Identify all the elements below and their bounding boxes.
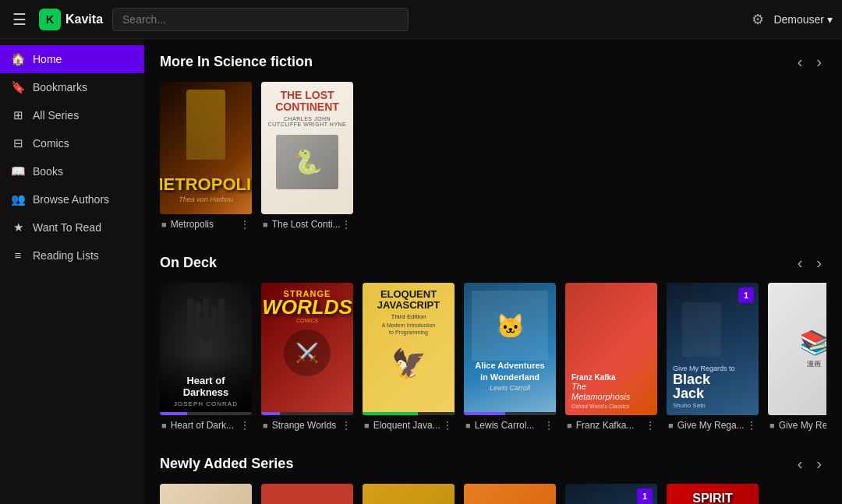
book-cover-red[interactable] xyxy=(261,484,353,504)
sidebar-item-books[interactable]: 📖 Books xyxy=(0,157,144,185)
user-menu-button[interactable]: Demouser ▾ xyxy=(773,13,833,26)
list-icon: ≡ xyxy=(11,248,25,262)
books-row-newly-added: 👧 MOBY DICK xyxy=(160,484,826,504)
sidebar-item-want-to-read[interactable]: ★ Want To Read xyxy=(0,213,144,241)
search-input[interactable] xyxy=(112,8,409,31)
book-card-eloquent-js: ELOQUENTJAVASCRIPT Third Edition A Moder… xyxy=(363,283,455,432)
book-footer-metropolis: ■ Metropolis ⋮ xyxy=(160,218,252,231)
book-card-moby-dick: MOBY DICK xyxy=(363,484,455,504)
newly-added-scroll-right[interactable]: › xyxy=(812,453,826,474)
book-menu-metropolis[interactable]: ⋮ xyxy=(239,218,250,231)
on-deck-scroll-right[interactable]: › xyxy=(812,252,826,273)
sidebar-item-home[interactable]: 🏠 Home xyxy=(0,45,144,73)
sidebar-label-comics: Comics xyxy=(33,137,69,150)
book-card-blackjack-2: 📚 漫画 ■ Give My Rega... ⋮ xyxy=(768,283,826,432)
book-name-alice: Lewis Carrol... xyxy=(475,420,535,431)
sidebar-label-home: Home xyxy=(33,53,62,65)
books-row-on-deck: Heart ofDarkness Joseph Conrad xyxy=(160,283,826,432)
progress-bar xyxy=(160,412,252,415)
book-name-bj1: Give My Rega... xyxy=(677,420,745,431)
sidebar-label-browse-authors: Browse Authors xyxy=(33,193,109,206)
section-title-newly-added: Newly Added Series xyxy=(160,456,293,472)
book-cover-moby-dick[interactable]: MOBY DICK xyxy=(363,484,455,504)
book-menu-hod[interactable]: ⋮ xyxy=(239,419,250,432)
sidebar-item-browse-authors[interactable]: 👥 Browse Authors xyxy=(0,185,144,213)
book-name-metropolis: Metropolis xyxy=(171,219,214,230)
book-menu-sw[interactable]: ⋮ xyxy=(341,419,352,432)
book-card-lost-continent: THE LOSTCONTINENT Charles John Cutcliffe… xyxy=(261,82,353,231)
book-name-lost-continent: The Lost Conti... xyxy=(272,219,341,230)
book-cover-spirit[interactable]: SPIRIT Comics 🦸 xyxy=(667,484,759,504)
series-type-icon-lc: ■ xyxy=(263,220,268,229)
book-title-row-ejs: ■ Eloquent Java... xyxy=(364,420,442,431)
book-cover-blackjack-2[interactable]: 📚 漫画 xyxy=(768,283,826,415)
book-cover-lost-continent[interactable]: THE LOSTCONTINENT Charles John Cutcliffe… xyxy=(261,82,353,214)
progress-bar-sw xyxy=(261,412,353,415)
book-title-row-lost-continent: ■ The Lost Conti... xyxy=(263,219,341,230)
main-layout: 🏠 Home 🔖 Bookmarks ⊞ All Series ⊟ Comics… xyxy=(0,39,842,504)
logo-icon: K xyxy=(39,9,61,30)
book-cover-metropolis[interactable]: METROPOLIS Thea von Harbou xyxy=(160,82,252,214)
book-card-bj-new: 1 xyxy=(565,484,657,504)
sidebar-item-all-series[interactable]: ⊞ All Series xyxy=(0,101,144,129)
settings-button[interactable]: ⚙ xyxy=(748,8,767,31)
book-cover-alice[interactable]: 🐱 Alice Adventuresin Wonderland Lewis Ca… xyxy=(464,283,556,415)
scroll-left-button[interactable]: ‹ xyxy=(793,51,808,72)
section-title-science-fiction: More In Science fiction xyxy=(160,54,313,70)
books-row-science-fiction: METROPOLIS Thea von Harbou ■ Metropolis xyxy=(160,82,826,231)
section-newly-added: Newly Added Series ‹ › 👧 xyxy=(160,453,826,504)
nav-right: ⚙ Demouser ▾ xyxy=(748,8,833,31)
newly-added-scroll-left[interactable]: ‹ xyxy=(793,453,808,474)
book-card-spirit: SPIRIT Comics 🦸 xyxy=(667,484,759,504)
book-cover-kafka[interactable]: Franz Kafka TheMetamorphosis Oxford Worl… xyxy=(565,283,657,415)
series-icon-bj2: ■ xyxy=(769,421,775,430)
chevron-down-icon: ▾ xyxy=(827,13,833,26)
metropolis-cover-text: METROPOLIS Thea von Harbou xyxy=(160,82,252,214)
book-footer-bj1: ■ Give My Rega... ⋮ xyxy=(667,419,759,432)
logo-area: K Kavita xyxy=(39,9,103,30)
book-cover-strange-worlds[interactable]: Strange WORLDS Comics ⚔️ xyxy=(261,283,353,415)
book-menu-kafka[interactable]: ⋮ xyxy=(645,419,656,432)
book-cover-orange[interactable] xyxy=(464,484,556,504)
book-title-row-bj1: ■ Give My Rega... xyxy=(668,420,746,431)
sidebar-item-reading-lists[interactable]: ≡ Reading Lists xyxy=(0,241,144,269)
book-card-strange-worlds: Strange WORLDS Comics ⚔️ xyxy=(261,283,353,432)
book-cover-bj-new[interactable]: 1 xyxy=(565,484,657,504)
section-more-in-science-fiction: More In Science fiction ‹ › METROPOLIS T… xyxy=(160,51,826,231)
scroll-right-button[interactable]: › xyxy=(812,51,826,72)
book-menu-alice[interactable]: ⋮ xyxy=(543,419,554,432)
book-cover-heart-of-darkness[interactable]: Heart ofDarkness Joseph Conrad xyxy=(160,283,252,415)
book-card-alice: 🐱 Alice Adventuresin Wonderland Lewis Ca… xyxy=(464,283,556,432)
books-icon: 📖 xyxy=(11,164,25,178)
on-deck-scroll-left[interactable]: ‹ xyxy=(793,252,808,273)
progress-fill xyxy=(160,412,187,415)
user-label: Demouser xyxy=(773,13,824,26)
authors-icon: 👥 xyxy=(11,192,25,206)
book-cover-eloquent-js[interactable]: ELOQUENTJAVASCRIPT Third Edition A Moder… xyxy=(363,283,455,415)
book-menu-ejs[interactable]: ⋮ xyxy=(442,419,453,432)
sidebar-item-bookmarks[interactable]: 🔖 Bookmarks xyxy=(0,73,144,101)
book-cover-alice-new[interactable]: 👧 xyxy=(160,484,252,504)
series-icon-ejs: ■ xyxy=(364,421,370,430)
book-menu-bj1[interactable]: ⋮ xyxy=(746,419,757,432)
sidebar: 🏠 Home 🔖 Bookmarks ⊞ All Series ⊟ Comics… xyxy=(0,39,144,504)
volume-badge-bj: 1 xyxy=(637,488,653,504)
series-icon-hod: ■ xyxy=(161,421,167,430)
book-cover-blackjack-1[interactable]: 1 Give My Regards to BlackJack Shuho Sat… xyxy=(667,283,759,415)
hamburger-button[interactable]: ☰ xyxy=(9,7,30,32)
book-footer-bj2: ■ Give My Rega... ⋮ xyxy=(768,419,826,432)
topnav: ☰ K Kavita ⚙ Demouser ▾ xyxy=(0,0,842,39)
section-on-deck: On Deck ‹ › Heart ofDarkness xyxy=(160,252,826,432)
section-nav-arrows: ‹ › xyxy=(793,51,826,72)
sidebar-item-comics[interactable]: ⊟ Comics xyxy=(0,129,144,157)
book-name-hod: Heart of Dark... xyxy=(171,420,234,431)
progress-fill-sw xyxy=(261,412,280,415)
newly-added-nav-arrows: ‹ › xyxy=(793,453,826,474)
book-menu-lost-continent[interactable]: ⋮ xyxy=(341,218,352,231)
book-card-blackjack-1: 1 Give My Regards to BlackJack Shuho Sat… xyxy=(667,283,759,432)
section-title-on-deck: On Deck xyxy=(160,255,217,271)
home-icon: 🏠 xyxy=(11,52,25,66)
section-header-newly-added: Newly Added Series ‹ › xyxy=(160,453,826,474)
book-card-alice-new: 👧 xyxy=(160,484,252,504)
all-series-icon: ⊞ xyxy=(11,108,25,122)
